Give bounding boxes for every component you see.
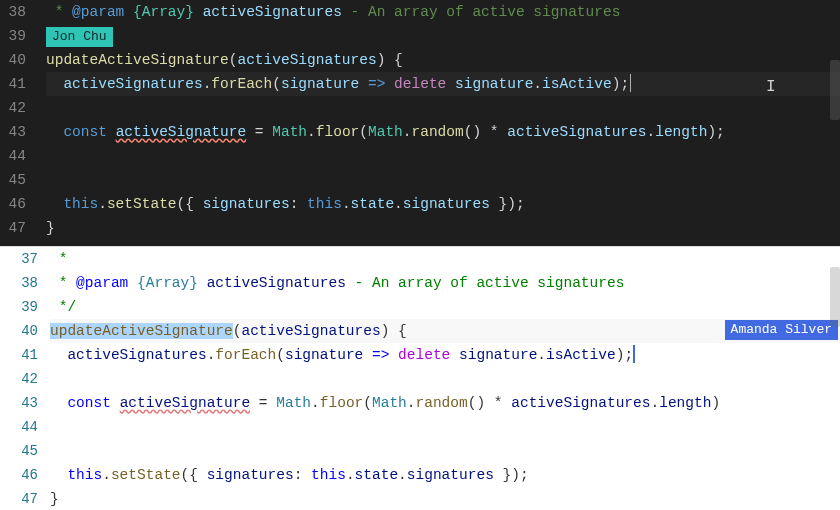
code-line[interactable]: this.setState({ signatures: this.state.s… [50, 463, 840, 487]
gutter-bottom: 37 38 39 40 41 42 43 44 45 46 47 48 [0, 247, 50, 510]
unused-var-warning[interactable]: activeSignature [120, 395, 251, 411]
line-number: 39 [4, 295, 50, 319]
line-number: 37 [4, 247, 50, 271]
code-line[interactable]: Jon Chu [46, 24, 840, 48]
line-number: 40 [0, 48, 38, 72]
line-number: 38 [4, 271, 50, 295]
scrollbar-thumb[interactable] [830, 267, 840, 327]
code-line[interactable] [50, 367, 840, 391]
code-line[interactable] [50, 415, 840, 439]
code-line[interactable]: const activeSignature = Math.floor(Math.… [46, 120, 840, 144]
scrollbar-thumb[interactable] [830, 60, 840, 120]
line-number: 47 [4, 487, 50, 510]
line-number: 46 [4, 463, 50, 487]
code-line[interactable] [50, 439, 840, 463]
line-number: 40 [4, 319, 50, 343]
scrollbar-vertical[interactable] [830, 247, 840, 510]
code-line[interactable]: updateActiveSignature(activeSignatures) … [50, 319, 840, 343]
code-line[interactable]: */ [50, 295, 840, 319]
line-number: 41 [4, 343, 50, 367]
code-line[interactable] [46, 168, 840, 192]
editor-pane-top[interactable]: 38 39 40 41 42 43 44 45 46 47 * @param {… [0, 0, 840, 246]
code-line[interactable]: activeSignatures.forEach(signature => de… [50, 343, 840, 367]
code-line[interactable]: * @param {Array} activeSignatures - An a… [46, 0, 840, 24]
code-line[interactable]: } [50, 487, 840, 510]
line-number: 47 [0, 216, 38, 240]
line-number: 45 [0, 168, 38, 192]
line-number: 42 [0, 96, 38, 120]
scrollbar-vertical[interactable] [830, 0, 840, 246]
text-cursor [630, 74, 631, 92]
line-number: 41 [0, 72, 38, 96]
code-line[interactable] [46, 96, 840, 120]
liveshare-author-tag: Amanda Silver [725, 320, 838, 340]
gutter-top: 38 39 40 41 42 43 44 45 46 47 [0, 0, 46, 246]
line-number: 43 [0, 120, 38, 144]
line-number: 43 [4, 391, 50, 415]
code-line[interactable] [46, 144, 840, 168]
remote-cursor [633, 345, 635, 363]
code-line[interactable]: * [50, 247, 840, 271]
unused-var-warning[interactable]: activeSignature [116, 124, 247, 140]
code-area-top[interactable]: * @param {Array} activeSignatures - An a… [46, 0, 840, 246]
line-number: 46 [0, 192, 38, 216]
code-line[interactable]: * @param {Array} activeSignatures - An a… [50, 271, 840, 295]
line-number: 44 [0, 144, 38, 168]
code-line[interactable]: const activeSignature = Math.floor(Math.… [50, 391, 840, 415]
code-line[interactable]: } [46, 216, 840, 240]
code-line[interactable]: updateActiveSignature(activeSignatures) … [46, 48, 840, 72]
code-area-bottom[interactable]: * * @param {Array} activeSignatures - An… [50, 247, 840, 510]
editor-pane-bottom[interactable]: 37 38 39 40 41 42 43 44 45 46 47 48 * * … [0, 246, 840, 510]
line-number: 42 [4, 367, 50, 391]
code-line[interactable]: this.setState({ signatures: this.state.s… [46, 192, 840, 216]
line-number: 45 [4, 439, 50, 463]
line-number: 44 [4, 415, 50, 439]
liveshare-author-tag: Jon Chu [46, 27, 113, 47]
line-number: 38 [0, 0, 38, 24]
line-number: 39 [0, 24, 38, 48]
code-line-current[interactable]: activeSignatures.forEach(signature => de… [46, 72, 840, 96]
